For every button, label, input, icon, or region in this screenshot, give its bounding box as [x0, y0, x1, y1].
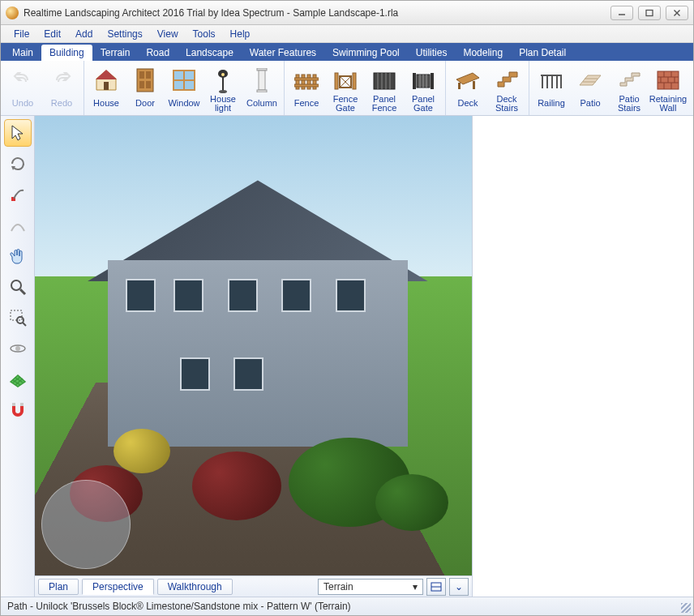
svg-point-78 — [15, 346, 20, 351]
tab-utilities[interactable]: Utilities — [408, 45, 456, 61]
statusbar: Path - Unilock 'Brussels Block® Limeston… — [1, 597, 693, 615]
svg-marker-5 — [96, 70, 117, 79]
viewport-container: Plan Perspective Walkthrough Terrain ▾ ⌄ — [35, 116, 472, 597]
pan-tool[interactable] — [4, 242, 32, 270]
deck-button[interactable]: Deck — [448, 61, 487, 115]
zoom-region-tool[interactable] — [4, 304, 32, 332]
move-point-tool[interactable] — [4, 181, 32, 208]
undo-button[interactable]: Undo — [3, 61, 42, 115]
window-buttons — [610, 6, 688, 20]
menubar: File Edit Add Settings View Tools Help — [1, 25, 693, 43]
window-button[interactable]: Window — [165, 61, 203, 115]
view-tab-walkthrough[interactable]: Walkthrough — [157, 579, 233, 595]
shrub — [192, 451, 281, 520]
svg-line-76 — [23, 323, 26, 326]
svg-rect-46 — [473, 81, 475, 89]
close-button[interactable] — [666, 6, 688, 20]
window-model — [126, 279, 156, 312]
tab-main[interactable]: Main — [4, 45, 41, 61]
fence-icon — [293, 67, 319, 93]
orbit-tool[interactable] — [4, 335, 32, 362]
menu-help[interactable]: Help — [224, 27, 257, 41]
maximize-button[interactable] — [638, 6, 661, 20]
svg-rect-20 — [259, 71, 265, 90]
view-footer: Plan Perspective Walkthrough Terrain ▾ ⌄ — [35, 575, 472, 597]
svg-rect-6 — [104, 82, 109, 90]
content-area: Plan Perspective Walkthrough Terrain ▾ ⌄ — [1, 116, 693, 597]
tab-terrain[interactable]: Terrain — [92, 45, 139, 61]
menu-view[interactable]: View — [151, 27, 185, 41]
svg-rect-29 — [353, 73, 356, 89]
house-light-button[interactable]: House light — [203, 61, 242, 115]
retaining-wall-button[interactable]: Retaining Wall — [649, 61, 688, 115]
view-tab-plan[interactable]: Plan — [38, 579, 79, 595]
svg-rect-39 — [431, 73, 434, 89]
lamp-icon — [210, 67, 236, 93]
side-toolbar — [1, 116, 35, 597]
deck-stairs-button[interactable]: Deck Stairs — [487, 61, 526, 115]
panel-fence-button[interactable]: Panel Fence — [365, 61, 404, 115]
svg-marker-79 — [11, 375, 25, 387]
deck-icon — [455, 67, 481, 93]
svg-rect-45 — [458, 83, 461, 89]
3d-viewport[interactable] — [35, 116, 472, 575]
patio-stairs-icon — [616, 67, 642, 93]
fence-gate-button[interactable]: Fence Gate — [326, 61, 365, 115]
undo-icon — [10, 67, 36, 93]
grid-tool[interactable] — [4, 366, 32, 393]
3d-nav-compass[interactable] — [41, 480, 131, 569]
snap-tool[interactable] — [4, 396, 32, 424]
wall — [108, 260, 408, 447]
group-patio: Railing Patio Patio Stairs Retaining Wal… — [529, 61, 693, 115]
house-icon — [93, 67, 119, 93]
zoom-tool[interactable] — [4, 273, 32, 301]
menu-tools[interactable]: Tools — [186, 27, 222, 41]
column-button[interactable]: Column — [242, 61, 281, 115]
railing-button[interactable]: Railing — [532, 61, 571, 115]
layer-dropdown[interactable]: Terrain ▾ — [318, 579, 423, 595]
house-button[interactable]: House — [87, 61, 126, 115]
svg-rect-38 — [413, 73, 416, 89]
menu-file[interactable]: File — [7, 27, 36, 41]
patio-button[interactable]: Patio — [571, 61, 610, 115]
patio-stairs-button[interactable]: Patio Stairs — [610, 61, 649, 115]
svg-rect-33 — [374, 73, 395, 89]
menu-edit[interactable]: Edit — [37, 27, 67, 41]
group-fence: Fence Fence Gate Panel Fence Panel Gate — [285, 61, 446, 115]
svg-rect-28 — [335, 73, 338, 89]
ribbon-toolbar: Undo Redo House Door Window House light … — [1, 61, 693, 116]
tab-building[interactable]: Building — [41, 45, 92, 61]
patio-icon — [577, 67, 603, 93]
accent-strip-button[interactable]: Acc St — [688, 61, 693, 115]
door-button[interactable]: Door — [126, 61, 165, 115]
rotate-tool[interactable] — [4, 150, 32, 178]
svg-marker-54 — [580, 75, 601, 85]
svg-rect-74 — [11, 310, 22, 320]
svg-point-17 — [221, 73, 225, 76]
status-text: Path - Unilock 'Brussels Block® Limeston… — [7, 601, 351, 612]
menu-settings[interactable]: Settings — [101, 27, 148, 41]
layer-options-button[interactable]: ⌄ — [449, 578, 469, 596]
minimize-button[interactable] — [610, 6, 633, 20]
tab-plan-detail[interactable]: Plan Detail — [511, 45, 574, 61]
tab-road[interactable]: Road — [138, 45, 178, 61]
redo-button[interactable]: Redo — [42, 61, 81, 115]
tab-landscape[interactable]: Landscape — [178, 45, 242, 61]
tab-swimming-pool[interactable]: Swimming Pool — [324, 45, 408, 61]
window-model — [174, 279, 203, 312]
curve-tool[interactable] — [4, 212, 32, 239]
svg-rect-10 — [139, 81, 144, 88]
resize-grip[interactable] — [681, 603, 691, 613]
group-deck: Deck Deck Stairs — [446, 61, 529, 115]
svg-rect-9 — [146, 71, 151, 79]
panel-gate-button[interactable]: Panel Gate — [404, 61, 443, 115]
fence-button[interactable]: Fence — [287, 61, 326, 115]
menu-add[interactable]: Add — [69, 27, 99, 41]
tab-water-features[interactable]: Water Features — [242, 45, 324, 61]
tab-modeling[interactable]: Modeling — [455, 45, 511, 61]
layer-visibility-button[interactable] — [426, 578, 446, 596]
svg-rect-1 — [646, 10, 653, 15]
select-tool[interactable] — [4, 119, 32, 147]
view-tab-perspective[interactable]: Perspective — [82, 579, 154, 595]
svg-rect-26 — [294, 78, 319, 80]
